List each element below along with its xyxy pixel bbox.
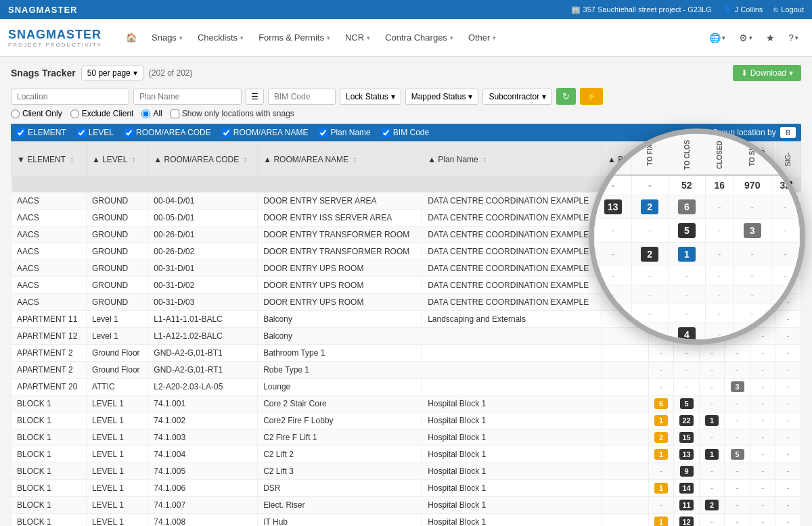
th-to-sig[interactable]: TO SIG- bbox=[750, 142, 775, 177]
topbar-logout[interactable]: ⎋ Logout bbox=[773, 5, 804, 14]
table-row[interactable]: AACS GROUND 00-04-D/01 DOOR ENTRY SERVER… bbox=[12, 193, 801, 210]
stat-badge: 2 bbox=[680, 195, 694, 206]
cell-stat-2: - bbox=[699, 480, 725, 497]
radio-all[interactable]: All bbox=[141, 109, 162, 118]
nav-items: 🏠 Snags ▾ Checklists ▾ Forms & Permits ▾… bbox=[119, 28, 704, 47]
table-row[interactable]: AACS GROUND 00-26-D/01 DOOR ENTRY TRANSF… bbox=[12, 226, 801, 243]
nav-other[interactable]: Other ▾ bbox=[461, 28, 503, 47]
plan-name-input[interactable] bbox=[133, 89, 242, 105]
cell-stat-3: - bbox=[725, 328, 750, 345]
cell-stat-5: - bbox=[775, 328, 801, 345]
stat-dash: - bbox=[736, 416, 739, 425]
th-element[interactable]: ▼ ELEMENT ↕ bbox=[12, 142, 87, 177]
th-plan-name[interactable]: ▲ Plan Name ↕ bbox=[422, 142, 602, 177]
nav-ncr[interactable]: NCR ▾ bbox=[338, 28, 377, 47]
cell-room-name: DOOR ENTRY UPS ROOM bbox=[258, 260, 422, 277]
cell-room-name: Lounge bbox=[258, 379, 422, 396]
cell-level: LEVEL 1 bbox=[86, 396, 148, 412]
col-room-area-code[interactable]: ROOM/AREA CODE bbox=[125, 128, 211, 137]
table-row[interactable]: BLOCK 1 LEVEL 1 74.1.005 C2 Lift 3 Hospi… bbox=[12, 463, 801, 480]
cell-stat-3: - bbox=[725, 514, 750, 527]
col-element[interactable]: ELEMENT bbox=[16, 128, 66, 137]
nav-snags[interactable]: Snags ▾ bbox=[145, 28, 189, 47]
table-row[interactable]: AACS GROUND 00-26-D/02 DOOR ENTRY TRANSF… bbox=[12, 243, 801, 260]
stat-dash: - bbox=[710, 483, 713, 493]
subcontractor-dropdown[interactable]: Subcontractor ▾ bbox=[482, 89, 552, 105]
chevron-down-icon: ▾ bbox=[240, 34, 244, 41]
list-view-button[interactable]: ☰ bbox=[246, 89, 264, 105]
nav-checklists[interactable]: Checklists ▾ bbox=[191, 28, 250, 47]
lock-status-dropdown[interactable]: Lock Status ▾ bbox=[340, 89, 401, 105]
stat-dash: - bbox=[761, 433, 764, 442]
th-to-fix[interactable]: TO FIX bbox=[674, 142, 700, 177]
table-row[interactable]: APARTMENT 2 Ground Floor GND-A2-G,01-BT1… bbox=[12, 345, 801, 362]
col-plan-name[interactable]: Plan Name bbox=[319, 128, 370, 137]
per-page-button[interactable]: 50 per page ▾ bbox=[81, 66, 143, 80]
column-selector-row: ELEMENT LEVEL ROOM/AREA CODE ROOM/AREA N… bbox=[11, 124, 801, 141]
th-mis[interactable]: MIS- bbox=[648, 142, 674, 177]
nav-contra-charges[interactable]: Contra Charges ▾ bbox=[378, 28, 460, 47]
th-closed[interactable]: CLOSED bbox=[725, 142, 750, 177]
show-locations-checkbox[interactable] bbox=[171, 110, 179, 118]
th-bim[interactable]: ▲ BIM ↕ bbox=[602, 142, 649, 177]
col-level[interactable]: LEVEL bbox=[77, 128, 114, 137]
refresh-button[interactable]: ↻ bbox=[556, 88, 576, 105]
location-input[interactable] bbox=[11, 89, 129, 105]
gear-icon-btn[interactable]: ⚙ ▾ bbox=[734, 28, 758, 47]
table-row[interactable]: BLOCK 1 LEVEL 1 74.1.002 Core2 Fire F Lo… bbox=[12, 412, 801, 429]
cell-stat-2: - bbox=[699, 311, 725, 328]
table-row[interactable]: BLOCK 1 LEVEL 1 74.1.008 IT Hub Hospital… bbox=[12, 514, 801, 527]
table-row[interactable]: AACS GROUND 00-31-D/03 DOOR ENTRY UPS RO… bbox=[12, 294, 801, 311]
cell-stat-5: - bbox=[775, 429, 801, 446]
radio-exclude-client[interactable]: Exclude Client bbox=[70, 109, 134, 118]
table-row[interactable]: APARTMENT 12 Level 1 L1-A12-1.02-BALC Ba… bbox=[12, 328, 801, 345]
help-icon-btn[interactable]: ? ▾ bbox=[783, 28, 804, 47]
table-row[interactable]: AACS GROUND 00-31-D/02 DOOR ENTRY UPS RO… bbox=[12, 277, 801, 294]
chevron-down-icon: ▾ bbox=[179, 34, 183, 41]
bim-code-input[interactable] bbox=[268, 89, 336, 105]
table-row[interactable]: BLOCK 1 LEVEL 1 74.1.003 C2 Fire F Lift … bbox=[12, 429, 801, 446]
download-button[interactable]: ⬇ Download ▾ bbox=[733, 65, 801, 81]
table-row[interactable]: BLOCK 1 LEVEL 1 74.1.007 Elect. Riser Ho… bbox=[12, 497, 801, 514]
th-room-area-name[interactable]: ▲ ROOM/AREA NAME ↕ bbox=[258, 142, 422, 177]
cell-stat-0: 1 bbox=[648, 412, 674, 429]
th-sig[interactable]: SIG- bbox=[775, 142, 801, 177]
cell-bim bbox=[602, 497, 649, 514]
stat-badge: 1 bbox=[705, 229, 719, 240]
cell-plan-name: DATA CENTRE COORDINATION EXAMPLE bbox=[422, 226, 602, 243]
stat-dash: - bbox=[736, 196, 739, 206]
cell-stat-3: - bbox=[725, 294, 750, 311]
mapped-status-label: Mapped Status bbox=[411, 92, 466, 101]
th-level[interactable]: ▲ LEVEL ↕ bbox=[86, 142, 148, 177]
filter-extra-button[interactable]: ⚡ bbox=[580, 88, 603, 105]
mapped-status-dropdown[interactable]: Mapped Status ▾ bbox=[405, 89, 479, 105]
col-room-area-name[interactable]: ROOM/AREA NAME bbox=[222, 128, 309, 137]
stat-dash: - bbox=[761, 230, 764, 239]
table-row[interactable]: APARTMENT 20 ATTIC L2-A20-2.03-LA-05 Lou… bbox=[12, 379, 801, 396]
nav-forms-permits[interactable]: Forms & Permits ▾ bbox=[252, 28, 337, 47]
col-bim-code[interactable]: BIM Code bbox=[382, 128, 429, 137]
table-row[interactable]: BLOCK 1 LEVEL 1 74.1.001 Core 2 Stair Co… bbox=[12, 396, 801, 412]
radio-client-only[interactable]: Client Only bbox=[11, 109, 62, 118]
show-locations-checkbox-label[interactable]: Show only locations with snags bbox=[171, 109, 294, 118]
cell-room-code: 00-05-D/01 bbox=[148, 210, 258, 226]
stat-badge: 1 bbox=[654, 483, 668, 494]
th-to-clos[interactable]: TO CLOS bbox=[699, 142, 725, 177]
table-row[interactable]: BLOCK 1 LEVEL 1 74.1.006 DSR Hospital Bl… bbox=[12, 480, 801, 497]
group-location-button[interactable]: B bbox=[780, 127, 796, 138]
table-row[interactable]: BLOCK 1 LEVEL 1 74.1.004 C2 Lift 2 Hospi… bbox=[12, 446, 801, 463]
th-room-area-code[interactable]: ▲ ROOM/AREA CODE ↕ bbox=[148, 142, 258, 177]
table-row[interactable]: APARTMENT 2 Ground Floor GND-A2-G,01-RT1… bbox=[12, 362, 801, 379]
table-row[interactable]: AACS GROUND 00-05-D/01 DOOR ENTRY ISS SE… bbox=[12, 210, 801, 226]
nav-home[interactable]: 🏠 bbox=[119, 28, 143, 47]
table-row[interactable]: AACS GROUND 00-31-D/01 DOOR ENTRY UPS RO… bbox=[12, 260, 801, 277]
star-icon-btn[interactable]: ★ bbox=[761, 28, 780, 47]
stat-dash: - bbox=[660, 247, 662, 256]
globe-icon-btn[interactable]: 🌐 ▾ bbox=[704, 28, 731, 47]
stat-dash: - bbox=[685, 213, 688, 222]
cell-element: AACS bbox=[12, 193, 87, 210]
snags-table: ▼ ELEMENT ↕ ▲ LEVEL ↕ ▲ ROOM/AREA CODE ↕… bbox=[11, 141, 801, 526]
stat-dash: - bbox=[736, 281, 739, 290]
cell-stat-4: - bbox=[750, 379, 775, 396]
table-row[interactable]: APARTMENT 11 Level 1 L1-A11-1.01-BALC Ba… bbox=[12, 311, 801, 328]
